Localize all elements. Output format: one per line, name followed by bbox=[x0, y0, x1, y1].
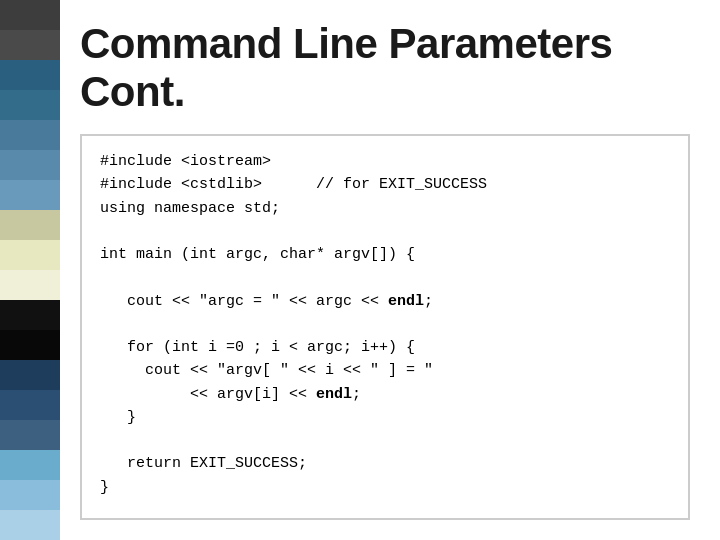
code-line-9: for (int i =0 ; i < argc; i++) { bbox=[100, 336, 670, 359]
sidebar bbox=[0, 0, 60, 540]
code-line-2: #include <cstdlib> // for EXIT_SUCCESS bbox=[100, 173, 670, 196]
sidebar-block-12 bbox=[0, 330, 60, 360]
sidebar-block-4 bbox=[0, 90, 60, 120]
sidebar-block-16 bbox=[0, 450, 60, 480]
sidebar-block-15 bbox=[0, 420, 60, 450]
sidebar-block-6 bbox=[0, 150, 60, 180]
sidebar-block-5 bbox=[0, 120, 60, 150]
code-line-13 bbox=[100, 429, 670, 452]
code-line-1: #include <iostream> bbox=[100, 150, 670, 173]
sidebar-block-2 bbox=[0, 30, 60, 60]
sidebar-block-18 bbox=[0, 510, 60, 540]
code-block: #include <iostream> #include <cstdlib> /… bbox=[80, 134, 690, 520]
code-line-7: cout << "argc = " << argc << endl; bbox=[100, 290, 670, 313]
sidebar-block-11 bbox=[0, 300, 60, 330]
code-line-12: } bbox=[100, 406, 670, 429]
code-line-3: using namespace std; bbox=[100, 197, 670, 220]
code-line-11: << argv[i] << endl; bbox=[100, 383, 670, 406]
page-title: Command Line Parameters Cont. bbox=[80, 20, 690, 116]
code-line-14: return EXIT_SUCCESS; bbox=[100, 452, 670, 475]
main-content: Command Line Parameters Cont. #include <… bbox=[60, 0, 720, 540]
sidebar-block-7 bbox=[0, 180, 60, 210]
sidebar-block-3 bbox=[0, 60, 60, 90]
sidebar-block-10 bbox=[0, 270, 60, 300]
code-line-10: cout << "argv[ " << i << " ] = " bbox=[100, 359, 670, 382]
code-line-15: } bbox=[100, 476, 670, 499]
sidebar-block-8 bbox=[0, 210, 60, 240]
sidebar-block-9 bbox=[0, 240, 60, 270]
sidebar-block-1 bbox=[0, 0, 60, 30]
code-line-8 bbox=[100, 313, 670, 336]
sidebar-block-17 bbox=[0, 480, 60, 510]
code-line-4 bbox=[100, 220, 670, 243]
code-line-5: int main (int argc, char* argv[]) { bbox=[100, 243, 670, 266]
sidebar-block-14 bbox=[0, 390, 60, 420]
sidebar-block-13 bbox=[0, 360, 60, 390]
code-line-6 bbox=[100, 266, 670, 289]
